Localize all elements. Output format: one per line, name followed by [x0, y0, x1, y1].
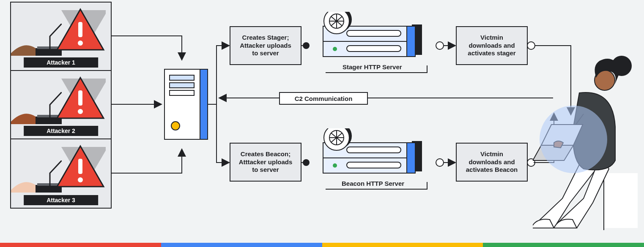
warning-icon: [55, 8, 106, 54]
svg-point-13: [78, 109, 83, 114]
warning-icon: [55, 144, 106, 191]
svg-rect-44: [604, 173, 638, 228]
svg-point-1: [303, 159, 310, 166]
footer-segment: [161, 243, 322, 247]
attackers-column: Attacker 1 Attacker 2 Attacker 3: [10, 2, 112, 209]
svg-point-40: [333, 163, 337, 168]
hand-keyboard-icon: [11, 160, 62, 198]
svg-point-9: [78, 41, 83, 46]
creates-stager-box: Creates Stager; Attacker uploads to serv…: [230, 26, 301, 65]
box-text: Victmin downloads and activates Beacon: [466, 150, 518, 174]
footer-segment: [322, 243, 483, 247]
beacon-server-label: Beacon HTTP Server: [342, 180, 404, 187]
svg-point-23: [171, 122, 180, 130]
svg-point-17: [78, 177, 83, 182]
beacon-server-icon: [313, 128, 431, 187]
svg-rect-25: [406, 26, 415, 57]
svg-rect-35: [406, 143, 415, 173]
stager-server-label: Stager HTTP Server: [343, 63, 402, 71]
svg-rect-28: [347, 30, 401, 36]
c2-label-box: C2 Communication: [279, 92, 368, 105]
svg-point-30: [333, 47, 337, 51]
svg-point-3: [436, 159, 444, 166]
box-text: Victmin downloads and activates stager: [468, 34, 515, 57]
svg-rect-8: [78, 22, 82, 37]
c2-label: C2 Communication: [295, 95, 353, 102]
svg-point-46: [611, 56, 632, 76]
footer-segment: [0, 243, 161, 247]
warning-icon: [55, 76, 106, 122]
hand-keyboard-icon: [11, 92, 62, 130]
team-server-icon: [163, 68, 209, 144]
creates-beacon-box: Creates Beacon; Atttacker uploads to ser…: [230, 143, 301, 182]
attacker-cell: Attacker 3: [11, 139, 111, 208]
svg-point-0: [303, 42, 310, 49]
victim-person-icon: [533, 51, 639, 232]
attacker-label: Attacker 1: [24, 57, 98, 68]
svg-rect-29: [347, 46, 401, 52]
footer-segment: [483, 243, 644, 247]
svg-rect-16: [78, 159, 82, 174]
stager-server-icon: [313, 12, 431, 71]
attacker-label: Attacker 2: [24, 126, 98, 136]
svg-point-47: [540, 106, 607, 173]
svg-rect-12: [78, 90, 82, 106]
svg-rect-20: [170, 75, 194, 80]
diagram-canvas: Attacker 1 Attacker 2 Attacker 3 Creates…: [0, 0, 644, 247]
svg-rect-22: [170, 90, 194, 95]
svg-rect-39: [347, 162, 401, 168]
svg-point-4: [527, 42, 535, 49]
svg-point-2: [436, 42, 444, 49]
svg-rect-38: [347, 147, 401, 153]
box-text: Creates Stager; Attacker uploads to serv…: [240, 34, 291, 57]
svg-rect-21: [170, 83, 194, 88]
victim-stager-box: Victmin downloads and activates stager: [456, 26, 528, 65]
hand-keyboard-icon: [11, 24, 62, 62]
victim-beacon-box: Victmin downloads and activates Beacon: [456, 143, 528, 182]
attacker-label: Attacker 3: [24, 195, 98, 205]
attacker-cell: Attacker 1: [11, 3, 111, 71]
box-text: Creates Beacon; Atttacker uploads to ser…: [239, 150, 293, 174]
attacker-cell: Attacker 2: [11, 71, 111, 139]
footer-brand-bar: [0, 243, 644, 247]
